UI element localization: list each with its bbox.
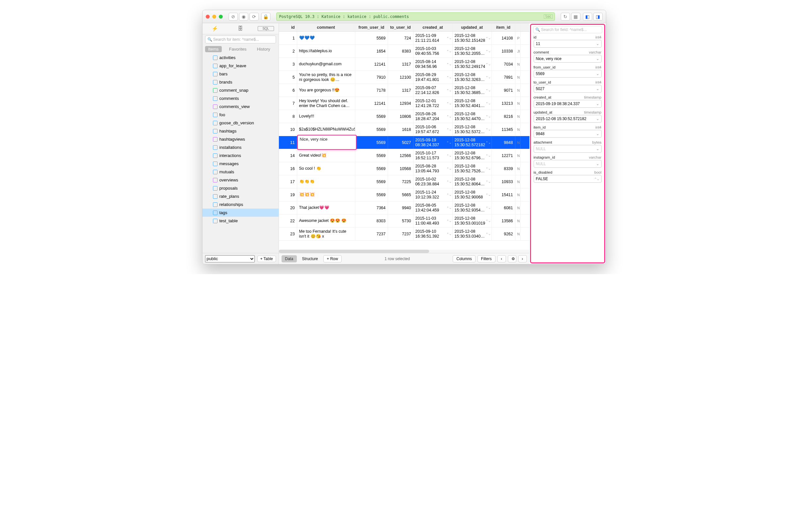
field-input[interactable]: FALSE	[534, 175, 602, 183]
filters-button[interactable]: Filters	[477, 255, 495, 262]
database-icon[interactable]: 🗄	[232, 26, 249, 32]
cell-updated[interactable]: 2015-12-0815:30:52.4470…	[453, 110, 492, 123]
cell-comment[interactable]: $2a$10$HZLN88PNuWWi4ZuS91lb8dR98ljt0kblv…	[297, 123, 355, 136]
table-row[interactable]: 10 $2a$10$HZLN88PNuWWi4ZuS91lb8dR98ljt0k…	[279, 123, 529, 136]
table-row[interactable]: 22 Awesome jacket 😍😍 😍 8303 5730 2015-11…	[279, 214, 529, 227]
cell-item[interactable]: 7891	[492, 71, 515, 83]
cell-id[interactable]: 2	[279, 45, 297, 57]
sidebar-search[interactable]: 🔍 Search for item: ^name$...	[205, 36, 276, 43]
cell-to[interactable]: 5730	[388, 214, 414, 227]
cell-from[interactable]: 1654	[355, 45, 388, 57]
cell-to[interactable]: 724	[388, 32, 414, 44]
refresh-arrow-icon[interactable]: ⟳	[250, 13, 259, 21]
cell-comment[interactable]: Hey lovely! You should def. enter the Ch…	[297, 97, 355, 110]
cell-created[interactable]: 2015-08-0513:42:04.459	[414, 202, 453, 214]
horizontal-scrollbar[interactable]	[279, 250, 529, 253]
cell-from[interactable]: 12141	[355, 58, 388, 71]
cell-id[interactable]: 11	[279, 136, 297, 149]
cell-created[interactable]: 2015-11-0311:00:48.493	[414, 214, 453, 227]
columns-button[interactable]: Columns	[453, 255, 475, 262]
cell-id[interactable]: 17	[279, 175, 297, 188]
cell-id[interactable]: 10	[279, 123, 297, 136]
cell-created[interactable]: 2015-10-0619:57:47.672	[414, 123, 453, 136]
table-row[interactable]: 5 You're so pretty, this is a nice ni go…	[279, 71, 529, 84]
sidebar-item-proposals[interactable]: proposals	[202, 184, 279, 192]
cell-updated[interactable]: 2015-12-0815:30:52.2055…	[453, 45, 492, 57]
sidebar-item-tags[interactable]: tags	[202, 209, 279, 217]
cell-created[interactable]: 2015-10-0309:40:55.756	[414, 45, 453, 57]
cell-updated[interactable]: 2015-12-0815:30:53.001019	[453, 214, 492, 227]
col-updated-at[interactable]: updated_at	[453, 23, 492, 31]
cell-item[interactable]: 15411	[492, 188, 515, 201]
sidebar-item-mutuals[interactable]: mutuals	[202, 168, 279, 176]
cell-comment[interactable]: You are gorgeous !!😍	[297, 84, 355, 97]
cell-created[interactable]: 2015-09-0722:14:12.826	[414, 84, 453, 97]
field-input[interactable]: NULL	[534, 160, 602, 168]
close-dot[interactable]	[206, 15, 210, 19]
col-created-at[interactable]: created_at	[414, 23, 453, 31]
cell-from[interactable]: 5569	[355, 175, 388, 188]
table-row[interactable]: 3 duchuykun@gmail.com 12141 1317 2015-08…	[279, 58, 529, 71]
cell-to[interactable]: 9940	[388, 202, 414, 214]
cell-item[interactable]: 8216	[492, 110, 515, 123]
table-row[interactable]: 7 Hey lovely! You should def. enter the …	[279, 97, 529, 110]
sidebar-item-overviews[interactable]: overviews	[202, 176, 279, 184]
cell-item[interactable]: 14108	[492, 32, 515, 44]
sidebar-item-rate_plans[interactable]: rate_plans	[202, 192, 279, 201]
cell-item[interactable]: 13213	[492, 97, 515, 110]
cell-created[interactable]: 2015-08-2618:28:47.204	[414, 110, 453, 123]
field-input[interactable]: 9848	[534, 130, 602, 138]
table-row[interactable]: 17 👏👏👏 5569 7225 2015-10-0206:23:38.884 …	[279, 175, 529, 188]
plug-icon[interactable]: ⚡	[207, 25, 223, 32]
prev-page-button[interactable]: ‹	[497, 255, 506, 262]
cell-from[interactable]: 5569	[355, 149, 388, 162]
sidebar-item-messages[interactable]: messages	[202, 159, 279, 168]
cell-from[interactable]: 12141	[355, 97, 388, 110]
cell-updated[interactable]: 2015-12-0815:30:52.4041…	[453, 97, 492, 110]
cell-from[interactable]: 7364	[355, 202, 388, 214]
cell-item[interactable]: 9262	[492, 227, 515, 240]
sidebar-item-hashtags[interactable]: hashtags	[202, 127, 279, 135]
cell-to[interactable]: 12934	[388, 97, 414, 110]
field-input[interactable]: Nice, very nice	[534, 55, 602, 63]
cell-created[interactable]: 2015-09-1908:38:24.337	[414, 136, 453, 149]
cell-from[interactable]: 5569	[355, 136, 388, 149]
cell-from[interactable]: 7910	[355, 71, 388, 83]
col-id[interactable]: id	[279, 23, 297, 31]
cell-updated[interactable]: 2015-12-0815:30:52.3685…	[453, 84, 492, 97]
table-row[interactable]: 20 That jacket💗💗 7364 9940 2015-08-0513:…	[279, 202, 529, 214]
cell-from[interactable]: 8303	[355, 214, 388, 227]
cell-created[interactable]: 2015-08-2813:05:44.793	[414, 162, 453, 175]
table-row[interactable]: 23 Me too Fernanda! It's cute isn't it 😊…	[279, 227, 529, 241]
grid-icon[interactable]: ▦	[571, 13, 580, 21]
cell-comment[interactable]: You're so pretty, this is a nice ni gorg…	[297, 71, 355, 83]
cell-from[interactable]: 5569	[355, 123, 388, 136]
eye-icon[interactable]: ◉	[239, 13, 248, 21]
sidebar-item-bars[interactable]: bars	[202, 70, 279, 78]
sidebar-item-installations[interactable]: installations	[202, 143, 279, 151]
cell-id[interactable]: 14	[279, 149, 297, 162]
cell-updated[interactable]: 2015-12-0815:30:52.6796…	[453, 149, 492, 162]
table-row[interactable]: 8 Lovely!!! 5569 10806 2015-08-2618:28:4…	[279, 110, 529, 123]
cell-comment[interactable]: So cool ! 👏	[297, 162, 355, 175]
cell-id[interactable]: 8	[279, 110, 297, 123]
cell-updated[interactable]: 2015-12-0815:30:52.572182	[453, 136, 492, 149]
cell-item[interactable]: 10933	[492, 175, 515, 188]
field-input[interactable]: 2015-12-08 15:30:52.572182	[534, 115, 602, 123]
next-page-button[interactable]: ›	[518, 255, 527, 262]
table-row[interactable]: 19 💥💥💥 5569 5665 2015-11-2410:12:39.322 …	[279, 188, 529, 202]
tab-favorites[interactable]: Favorites	[226, 46, 250, 52]
cell-id[interactable]: 3	[279, 58, 297, 71]
cell-comment[interactable]: 💙💙💙	[297, 32, 355, 44]
cell-created[interactable]: 2015-09-1016:36:51.392	[414, 227, 453, 240]
cell-item[interactable]: 10338	[492, 45, 515, 57]
sidebar-item-comment_snap[interactable]: comment_snap	[202, 86, 279, 94]
col-comment[interactable]: comment	[297, 23, 355, 31]
cell-id[interactable]: 5	[279, 71, 297, 83]
cell-updated[interactable]: 2015-12-0815:30:52.8064…	[453, 175, 492, 188]
cell-comment[interactable]: That jacket💗💗	[297, 202, 355, 214]
cell-from[interactable]: 5569	[355, 162, 388, 175]
cell-editor[interactable]: Nice, very nice	[297, 135, 357, 150]
sidebar-item-brands[interactable]: brands	[202, 78, 279, 86]
cell-updated[interactable]: 2015-12-0815:30:52.9354…	[453, 202, 492, 214]
